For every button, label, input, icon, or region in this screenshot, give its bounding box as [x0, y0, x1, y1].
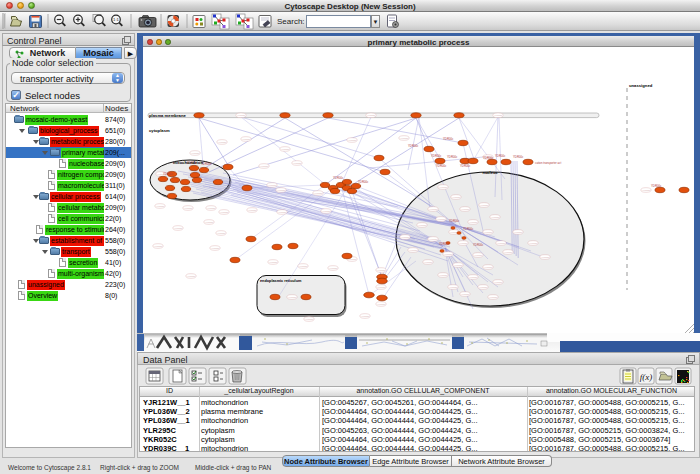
- svg-text:endoplasmic reticulum: endoplasmic reticulum: [260, 279, 302, 283]
- svg-text:cation transporter act: cation transporter act: [535, 161, 561, 165]
- svg-text:Yxx00w: Yxx00w: [529, 242, 537, 244]
- svg-text:Yxx00w: Yxx00w: [377, 286, 385, 288]
- svg-text:Yxx00w: Yxx00w: [479, 286, 487, 288]
- svg-text:Yxx00w: Yxx00w: [418, 224, 426, 226]
- svg-text:Yxx00w: Yxx00w: [514, 231, 522, 233]
- svg-text:Yxx00w: Yxx00w: [314, 192, 322, 194]
- svg-text:YDR00c: YDR00c: [449, 219, 460, 223]
- svg-text:Yxx00w: Yxx00w: [444, 253, 452, 255]
- svg-text:Yxx00w: Yxx00w: [293, 162, 301, 164]
- svg-text:Yxx00w: Yxx00w: [489, 296, 497, 298]
- svg-text:Yxx00w: Yxx00w: [400, 137, 408, 139]
- svg-text:Yxx00w: Yxx00w: [281, 148, 289, 150]
- svg-text:YDR00c: YDR00c: [495, 154, 506, 158]
- svg-text:YDR00c: YDR00c: [431, 154, 442, 158]
- svg-text:Yxx00w: Yxx00w: [452, 196, 460, 198]
- svg-text:unassigned: unassigned: [629, 83, 653, 88]
- svg-text:plasma membrane: plasma membrane: [149, 113, 186, 118]
- svg-text:YDR00c: YDR00c: [513, 155, 524, 159]
- svg-text:Yxx00w: Yxx00w: [439, 186, 447, 188]
- svg-text:Yxx00w: Yxx00w: [367, 114, 375, 116]
- svg-text:Yxx00w: Yxx00w: [484, 266, 492, 268]
- svg-text:YDR00c: YDR00c: [408, 144, 419, 148]
- svg-text:Yxx00w: Yxx00w: [377, 269, 385, 271]
- svg-text:Yxx00w: Yxx00w: [348, 139, 356, 141]
- svg-text:Yxx00w: Yxx00w: [277, 189, 285, 191]
- svg-text:Yxx00w: Yxx00w: [461, 208, 469, 210]
- svg-text:Yxx00w: Yxx00w: [497, 242, 505, 244]
- svg-text:YDR00c: YDR00c: [447, 155, 458, 159]
- svg-text:Yxx00w: Yxx00w: [469, 221, 477, 223]
- svg-text:YDR00c: YDR00c: [358, 180, 369, 184]
- svg-text:Yxx00w: Yxx00w: [217, 232, 225, 234]
- svg-text:YDR00c: YDR00c: [443, 137, 454, 141]
- svg-text:Yxx00w: Yxx00w: [154, 245, 162, 247]
- svg-text:Yxx00w: Yxx00w: [494, 114, 502, 116]
- svg-text:Yxx00w: Yxx00w: [504, 251, 512, 253]
- svg-text:Yxx00w: Yxx00w: [218, 141, 226, 143]
- svg-text:Yxx00w: Yxx00w: [449, 286, 457, 288]
- svg-text:Yxx00w: Yxx00w: [484, 231, 492, 233]
- svg-text:YDR00c: YDR00c: [333, 176, 344, 180]
- svg-text:Yxx00w: Yxx00w: [205, 221, 213, 223]
- svg-text:Yxx00w: Yxx00w: [305, 318, 313, 320]
- svg-text:Yxx00w: Yxx00w: [248, 209, 256, 211]
- svg-text:nucleus: nucleus: [482, 170, 498, 175]
- svg-text:Yxx00w: Yxx00w: [242, 138, 250, 140]
- svg-text:Yxx00w: Yxx00w: [278, 211, 286, 213]
- svg-text:Yxx00w: Yxx00w: [268, 184, 276, 186]
- svg-text:Yxx00w: Yxx00w: [174, 227, 182, 229]
- svg-text:Yxx00w: Yxx00w: [439, 274, 447, 276]
- svg-text:Yxx00w: Yxx00w: [220, 211, 228, 213]
- svg-text:Yxx00w: Yxx00w: [361, 315, 369, 317]
- svg-text:Yxx00w: Yxx00w: [156, 205, 164, 207]
- svg-text:Yxx00w: Yxx00w: [480, 204, 488, 206]
- svg-text:YDR00c: YDR00c: [651, 184, 662, 188]
- svg-text:Yxx00w: Yxx00w: [409, 249, 417, 251]
- svg-text:Yxx00w: Yxx00w: [469, 276, 477, 278]
- svg-text:Yxx00w: Yxx00w: [207, 207, 215, 209]
- svg-text:YDR00c: YDR00c: [460, 164, 471, 168]
- svg-text:YDR00c: YDR00c: [163, 172, 174, 176]
- svg-text:Yxx00w: Yxx00w: [459, 242, 467, 244]
- svg-text:Yxx00w: Yxx00w: [260, 165, 268, 167]
- svg-text:YDR00c: YDR00c: [473, 243, 484, 247]
- svg-text:Yxx00w: Yxx00w: [454, 264, 462, 266]
- svg-text:YDR00c: YDR00c: [436, 164, 447, 168]
- svg-text:Yxx00w: Yxx00w: [429, 208, 437, 210]
- svg-text:f(x): f(x): [640, 372, 653, 382]
- svg-text:Yxx00w: Yxx00w: [299, 265, 307, 267]
- svg-text:Yxx00w: Yxx00w: [401, 236, 409, 238]
- svg-text:Yxx00w: Yxx00w: [474, 254, 482, 256]
- svg-text:Yxx00w: Yxx00w: [269, 261, 277, 263]
- svg-text:Yxx00w: Yxx00w: [491, 216, 499, 218]
- svg-text:Yxx00w: Yxx00w: [461, 293, 469, 295]
- svg-text:YDR00c: YDR00c: [463, 227, 474, 231]
- svg-text:Yxx00w: Yxx00w: [377, 303, 385, 305]
- svg-text:YDR00c: YDR00c: [439, 242, 450, 246]
- svg-text:cytoplasm: cytoplasm: [149, 128, 170, 133]
- svg-text:Yxx00w: Yxx00w: [187, 275, 195, 277]
- svg-text:Yxx00w: Yxx00w: [184, 207, 192, 209]
- svg-text:Yxx00w: Yxx00w: [494, 281, 502, 283]
- svg-text:Yxx00w: Yxx00w: [288, 296, 296, 298]
- svg-text:Yxx00w: Yxx00w: [191, 152, 199, 154]
- svg-text:1:1: 1:1: [113, 17, 119, 22]
- svg-text:Yxx00w: Yxx00w: [329, 267, 337, 269]
- svg-text:YDR00c: YDR00c: [483, 156, 494, 160]
- svg-text:Yxx00w: Yxx00w: [642, 189, 650, 191]
- svg-text:Yxx00w: Yxx00w: [437, 218, 445, 220]
- svg-text:mitochondrion: mitochondrion: [173, 160, 203, 165]
- svg-text:Yxx00w: Yxx00w: [541, 256, 549, 258]
- svg-text:Yxx00w: Yxx00w: [424, 261, 432, 263]
- svg-text:Yxx00w: Yxx00w: [322, 210, 330, 212]
- svg-text:Yxx00w: Yxx00w: [211, 247, 219, 249]
- svg-text:Yxx00w: Yxx00w: [429, 238, 437, 240]
- svg-text:Yxx00w: Yxx00w: [237, 114, 245, 116]
